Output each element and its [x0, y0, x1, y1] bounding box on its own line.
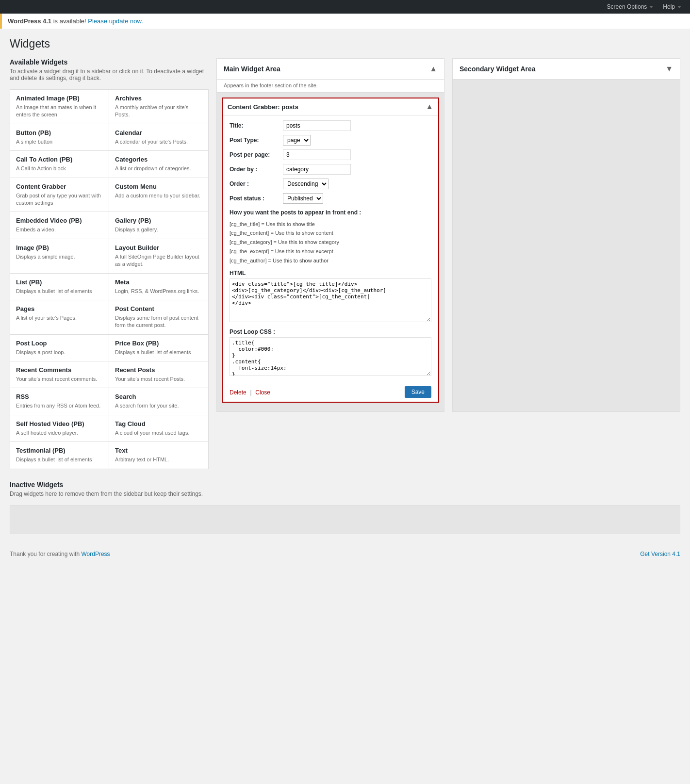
save-button[interactable]: Save: [405, 386, 431, 398]
widget-item-title: Categories: [115, 156, 202, 163]
widget-item[interactable]: List (PB)Displays a bullet list of eleme…: [10, 274, 109, 300]
cg-header: Content Grabber: posts ▲: [223, 98, 438, 115]
widget-item-desc: A monthly archive of your site's Posts.: [115, 104, 202, 119]
widget-item[interactable]: Call To Action (PB)A Call to Action bloc…: [10, 151, 109, 178]
post-type-select[interactable]: page post: [283, 135, 311, 146]
widget-item-desc: Embeds a video.: [16, 226, 103, 233]
widget-item-title: RSS: [16, 393, 103, 400]
help-button[interactable]: Help: [659, 3, 685, 10]
widget-item-title: Post Loop: [16, 340, 103, 347]
widget-item-desc: A full SiteOrigin Page Builder layout as…: [115, 253, 202, 268]
widget-item[interactable]: Gallery (PB)Displays a gallery.: [109, 212, 208, 239]
secondary-widget-area-collapse-icon[interactable]: ▼: [665, 65, 673, 73]
footer-wordpress-link[interactable]: WordPress: [81, 551, 110, 557]
widget-item-desc: Your site's most recent comments.: [16, 376, 103, 383]
widget-item[interactable]: Recent PostsYour site's most recent Post…: [109, 361, 208, 388]
widget-item-title: Embedded Video (PB): [16, 217, 103, 224]
widget-item-desc: Displays some form of post content form …: [115, 314, 202, 329]
widget-item[interactable]: Post LoopDisplays a post loop.: [10, 335, 109, 361]
widget-item[interactable]: Custom MenuAdd a custom menu to your sid…: [109, 178, 208, 212]
widget-item-title: Content Grabber: [16, 183, 103, 190]
footer-left: Thank you for creating with WordPress: [10, 551, 110, 557]
footer-right: Get Version 4.1: [640, 551, 680, 557]
widget-item[interactable]: Recent CommentsYour site's most recent c…: [10, 361, 109, 388]
widget-item-desc: A simple button: [16, 138, 103, 146]
footer-version-link[interactable]: Get Version 4.1: [640, 551, 680, 557]
widget-areas: Main Widget Area ▲ Appears in the footer…: [216, 58, 680, 412]
main-widget-area-title: Main Widget Area: [224, 65, 280, 73]
title-label: Title:: [230, 122, 283, 129]
available-widgets-title: Available Widgets: [10, 58, 209, 66]
screen-options-button[interactable]: Screen Options: [603, 3, 657, 10]
cg-footer: Delete | Close Save: [223, 382, 438, 402]
widget-item-title: Button (PB): [16, 129, 103, 136]
widget-item-desc: A self hosted video player.: [16, 429, 103, 437]
widget-item[interactable]: CategoriesA list or dropdown of categori…: [109, 151, 208, 178]
widget-item[interactable]: Animated Image (PB)An image that animate…: [10, 90, 109, 124]
secondary-widget-area: Secondary Widget Area ▼: [452, 58, 680, 412]
widget-item[interactable]: Content GrabberGrab post of any type you…: [10, 178, 109, 212]
widget-item[interactable]: PagesA list of your site's Pages.: [10, 300, 109, 335]
widget-item[interactable]: CalendarA calendar of your site's Posts.: [109, 124, 208, 151]
widget-item-title: Layout Builder: [115, 244, 202, 251]
widget-item-desc: Arbitrary text or HTML.: [115, 456, 202, 463]
post-status-select[interactable]: Published Draft: [283, 193, 323, 204]
main-widget-area-collapse-icon[interactable]: ▲: [429, 65, 437, 73]
main-widget-area-desc: Appears in the footer section of the sit…: [217, 80, 444, 93]
title-input[interactable]: [283, 120, 351, 131]
delete-link[interactable]: Delete: [230, 389, 246, 396]
widget-item-title: Text: [115, 447, 202, 454]
widget-grid: Animated Image (PB)An image that animate…: [10, 89, 209, 469]
widget-item-desc: Displays a bullet list of elements: [16, 288, 103, 295]
widget-item[interactable]: Image (PB)Displays a simple image.: [10, 239, 109, 274]
post-type-row: Post Type: page post: [230, 135, 431, 146]
widget-item[interactable]: Price Box (PB)Displays a bullet list of …: [109, 335, 208, 361]
widget-item-desc: Grab post of any type you want with cust…: [16, 192, 103, 207]
widget-item-title: Recent Posts: [115, 366, 202, 374]
widget-item-desc: A list of your site's Pages.: [16, 314, 103, 322]
widget-item-desc: Entries from any RSS or Atom feed.: [16, 402, 103, 409]
content-grabber-widget: Content Grabber: posts ▲ Title: Post Typ…: [222, 98, 439, 403]
widget-item[interactable]: Tag CloudA cloud of your most used tags.: [109, 415, 208, 442]
shortcode-item: [cg_the_excerpt] = Use this to show exce…: [230, 247, 431, 256]
widget-item[interactable]: MetaLogin, RSS, & WordPress.org links.: [109, 274, 208, 300]
cg-collapse-icon[interactable]: ▲: [426, 102, 433, 111]
per-page-input[interactable]: [283, 149, 351, 160]
widget-item[interactable]: ArchivesA monthly archive of your site's…: [109, 90, 208, 124]
widget-item[interactable]: Post ContentDisplays some form of post c…: [109, 300, 208, 335]
widget-item-title: Search: [115, 393, 202, 400]
widget-item-desc: Displays a post loop.: [16, 349, 103, 356]
widget-item[interactable]: Testimonial (PB)Displays a bullet list o…: [10, 442, 109, 469]
widget-item-desc: A calendar of your site's Posts.: [115, 138, 202, 146]
top-bar: Screen Options Help: [0, 0, 690, 14]
cg-widget-title: Content Grabber: posts: [228, 103, 298, 111]
update-now-link[interactable]: Please update now.: [88, 17, 143, 25]
widget-item[interactable]: TextArbitrary text or HTML.: [109, 442, 208, 469]
html-textarea[interactable]: [230, 278, 431, 322]
css-textarea[interactable]: [230, 337, 431, 376]
secondary-widget-area-title: Secondary Widget Area: [460, 65, 536, 73]
widget-item-title: Self Hosted Video (PB): [16, 420, 103, 427]
widget-item-desc: A Call to Action block: [16, 165, 103, 172]
footer-thank-you-text: Thank you for creating with: [10, 551, 80, 557]
order-select[interactable]: Descending Ascending: [283, 179, 329, 189]
widget-item[interactable]: Layout BuilderA full SiteOrigin Page Bui…: [109, 239, 208, 274]
shortcode-item: [cg_the_category] = Use this to show cat…: [230, 238, 431, 247]
widget-item[interactable]: Button (PB)A simple button: [10, 124, 109, 151]
cg-body: Title: Post Type: page post: [223, 115, 438, 382]
order-row: Order : Descending Ascending: [230, 179, 431, 189]
close-link[interactable]: Close: [255, 389, 270, 396]
order-by-row: Order by :: [230, 164, 431, 175]
html-label: HTML: [230, 270, 431, 277]
wp-version-text: WordPress 4.1: [8, 17, 51, 25]
widget-item[interactable]: RSSEntries from any RSS or Atom feed.: [10, 388, 109, 415]
help-chevron-icon: [677, 6, 681, 8]
widget-item-desc: Displays a gallery.: [115, 226, 202, 233]
widget-item[interactable]: SearchA search form for your site.: [109, 388, 208, 415]
shortcode-list: [cg_the_title] = Use this to show title[…: [230, 220, 431, 265]
widget-item[interactable]: Self Hosted Video (PB)A self hosted vide…: [10, 415, 109, 442]
post-type-label: Post Type:: [230, 137, 283, 144]
order-by-input[interactable]: [283, 164, 351, 175]
page-content: Widgets Available Widgets To activate a …: [0, 29, 690, 543]
widget-item[interactable]: Embedded Video (PB)Embeds a video.: [10, 212, 109, 239]
